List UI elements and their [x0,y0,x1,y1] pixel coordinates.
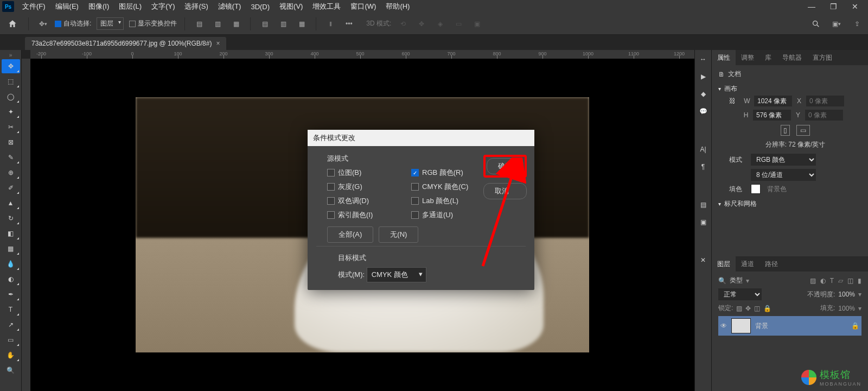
tab-channels[interactable]: 通道 [736,256,760,272]
opacity-value[interactable]: 100% [838,291,855,298]
target-mode-select[interactable]: CMYK 颜色 [367,267,426,282]
comments-icon[interactable]: 💬 [699,108,707,115]
bitdepth-select[interactable]: 8 位/通道 [751,169,816,181]
dodge-tool[interactable]: ◐ [2,272,20,286]
blend-mode-select[interactable]: 正常 [718,288,762,300]
character-icon[interactable]: A| [700,146,706,153]
mode-indexed-check[interactable]: 索引颜色(I) [327,210,400,220]
menu-filter[interactable]: 滤镜(T) [213,2,246,11]
width-input[interactable] [754,96,792,106]
align-vcenter-icon[interactable]: ▥ [277,17,290,30]
type-tool[interactable]: T [2,302,20,317]
layers-dock-icon[interactable]: ▣ [700,218,706,226]
path-tool[interactable]: ↗ [2,318,20,332]
tab-paths[interactable]: 路径 [760,256,783,272]
maximize-button[interactable]: ❐ [822,0,844,13]
auto-select-check[interactable]: 自动选择: [55,19,91,28]
show-transform-check[interactable]: 显示变换控件 [129,19,177,28]
align-left-icon[interactable]: ▤ [193,17,206,30]
eyedropper-tool[interactable]: ✎ [2,150,20,165]
lock-artboard-icon[interactable]: ◫ [754,305,760,312]
move-tool[interactable]: ✥ [2,59,20,73]
landscape-icon[interactable]: ▭ [796,125,810,136]
filter-smart-icon[interactable]: ◫ [847,277,853,285]
mode-cmyk-check[interactable]: CMYK 颜色(C) [411,182,484,192]
mode-multichannel-check[interactable]: 多通道(U) [411,210,484,220]
close-button[interactable]: ✕ [844,0,866,13]
filter-toggle-icon[interactable]: ▮ [858,277,861,285]
menu-edit[interactable]: 编辑(E) [50,2,84,11]
tools-icon[interactable]: ✕ [700,256,706,264]
menu-image[interactable]: 图像(I) [84,2,114,11]
history-brush-tool[interactable]: ↻ [2,211,20,225]
blur-tool[interactable]: 💧 [2,257,20,271]
align-top-icon[interactable]: ▤ [258,17,271,30]
mode-bitmap-check[interactable]: 位图(B) [327,168,400,178]
mode-duotone-check[interactable]: 双色调(D) [327,196,400,206]
tab-histogram[interactable]: 直方图 [807,50,838,65]
shape-tool[interactable]: ▭ [2,333,20,347]
distribute-icon[interactable]: ⦀ [324,17,337,30]
marquee-tool[interactable]: ⬚ [2,74,20,89]
align-bottom-icon[interactable]: ▦ [295,17,308,30]
menu-select[interactable]: 选择(S) [180,2,213,11]
fill-swatch[interactable] [751,184,761,194]
workspace-icon[interactable]: ▣▾ [830,17,843,30]
tab-close-icon[interactable]: × [216,40,220,47]
layer-row-background[interactable]: 👁 背景 🔒 [718,316,861,336]
y-input[interactable] [805,110,843,121]
paragraph-icon[interactable]: ¶ [701,163,705,171]
history-icon[interactable]: ↔ [700,55,706,63]
eraser-tool[interactable]: ◧ [2,226,20,241]
portrait-icon[interactable]: ▯ [781,125,790,136]
frame-tool[interactable]: ⊠ [2,135,20,149]
cancel-button[interactable]: 取消 [483,183,527,199]
x-input[interactable] [806,96,844,106]
menu-3d[interactable]: 3D(D) [246,3,275,11]
actions-play-icon[interactable]: ▶ [701,73,706,80]
mode-rgb-check[interactable]: ✓RGB 颜色(R) [411,168,484,178]
mode-lab-check[interactable]: Lab 颜色(L) [411,196,484,206]
menu-layer[interactable]: 图层(L) [114,2,146,11]
document-tab[interactable]: 73a2c87e699503e8171a6955d6999677.jpg @ 1… [25,37,226,50]
align-hcenter-icon[interactable]: ▥ [211,17,224,30]
mode-grayscale-check[interactable]: 灰度(G) [327,182,400,192]
lock-all-icon[interactable]: 🔒 [763,305,771,312]
more-icon[interactable]: ••• [342,17,355,30]
stamp-tool[interactable]: ▲ [2,196,20,210]
hand-tool[interactable]: ✋ [2,348,20,362]
layer-filter-kind[interactable]: 类型 [730,276,743,285]
tab-adjustments[interactable]: 调整 [736,50,760,65]
menu-help[interactable]: 帮助(H) [381,2,414,11]
ruler-grid-section[interactable]: 标尺和网格 [718,197,861,211]
menu-plugins[interactable]: 增效工具 [308,2,346,11]
wand-tool[interactable]: ✦ [2,105,20,119]
height-input[interactable] [753,110,791,121]
menu-view[interactable]: 视图(V) [275,2,308,11]
fill2-value[interactable]: 100% [838,305,855,312]
tab-navigator[interactable]: 导航器 [777,50,807,65]
canvas-section[interactable]: 画布 [718,82,861,96]
minimize-button[interactable]: — [801,0,822,13]
tab-layers[interactable]: 图层 [712,256,736,272]
none-button[interactable]: 无(N) [379,226,418,243]
all-button[interactable]: 全部(A) [327,226,373,243]
mode-select[interactable]: RGB 颜色 [751,154,816,166]
menu-file[interactable]: 文件(F) [17,2,50,11]
align-right-icon[interactable]: ▦ [229,17,242,30]
tab-libraries[interactable]: 库 [760,50,777,65]
filter-adjust-icon[interactable]: ◐ [820,277,826,285]
crop-tool[interactable]: ✂ [2,120,20,134]
zoom-tool[interactable]: 🔍 [2,363,20,377]
lock-position-icon[interactable]: ✥ [745,305,751,312]
libraries-icon[interactable]: ▤ [700,201,706,209]
lasso-tool[interactable]: ◯ [2,90,20,104]
menu-window[interactable]: 窗口(W) [346,2,381,11]
heal-tool[interactable]: ⊕ [2,166,20,180]
auto-select-target[interactable]: 图层 [97,17,124,30]
lock-pixels-icon[interactable]: ▨ [736,305,742,312]
pen-tool[interactable]: ✒ [2,287,20,301]
filter-type-icon[interactable]: T [830,277,834,285]
filter-shape-icon[interactable]: ▱ [838,277,843,285]
filter-image-icon[interactable]: ▨ [810,277,816,285]
